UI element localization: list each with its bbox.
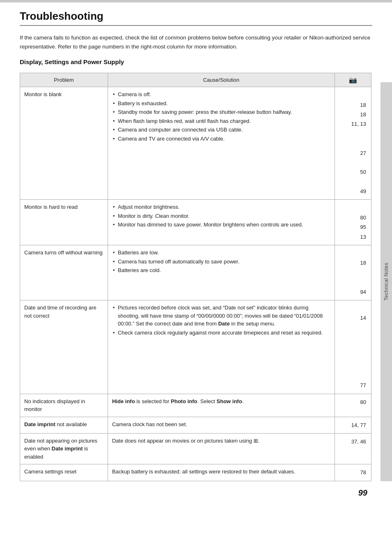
page-num-cell: 809513 [334, 200, 371, 245]
troubleshooting-table: Problem Cause/Solution 📷 Monitor is blan… [20, 73, 371, 481]
cause-cell: Date does not appear on movies or on pic… [108, 433, 334, 464]
cause-cell: Batteries are low. Camera has turned off… [108, 245, 334, 300]
page-num-cell: 78 [334, 464, 371, 481]
cause-cell: Camera clock has not been set. [108, 417, 334, 433]
page: Troubleshooting If the camera fails to f… [0, 0, 392, 506]
problem-cell: Camera turns off without warning [20, 245, 108, 300]
table-row: Date imprint not available Camera clock … [20, 417, 371, 433]
problem-cell: Monitor is hard to read [20, 200, 108, 245]
table-row: No indicators displayed in monitor Hide … [20, 394, 371, 417]
page-num-cell: 1477 [334, 300, 371, 394]
col-header-page: 📷 [334, 73, 371, 87]
page-num-cell: 181811, 13275049 [334, 87, 371, 200]
title-section: Troubleshooting If the camera fails to f… [0, 2, 392, 73]
problem-cell: Monitor is blank [20, 87, 108, 200]
page-num-cell: 14, 77 [334, 417, 371, 433]
table-row: Monitor is hard to read Adjust monitor b… [20, 200, 371, 245]
cause-cell: Adjust monitor brightness. Monitor is di… [108, 200, 334, 245]
table-row: Date and time of recording are not corre… [20, 300, 371, 394]
cause-cell: Camera is off. Battery is exhausted. Sta… [108, 87, 334, 200]
cause-cell: Pictures recorded before clock was set, … [108, 300, 334, 394]
problem-cell: Camera settings reset [20, 464, 108, 481]
page-num-cell: 37, 46 [334, 433, 371, 464]
problem-cell: No indicators displayed in monitor [20, 394, 108, 417]
table-row: Monitor is blank Camera is off. Battery … [20, 87, 371, 200]
content-area: Problem Cause/Solution 📷 Monitor is blan… [0, 73, 392, 481]
problem-cell: Date not appearing on pictures even when… [20, 433, 108, 464]
page-num-cell: 80 [334, 394, 371, 417]
page-number: 99 [358, 488, 367, 498]
col-header-problem: Problem [20, 73, 108, 87]
table-row: Date not appearing on pictures even when… [20, 433, 371, 464]
table-row: Camera turns off without warning Batteri… [20, 245, 371, 300]
page-title: Troubleshooting [20, 10, 372, 26]
table-row: Camera settings reset Backup battery is … [20, 464, 371, 481]
problem-cell: Date imprint not available [20, 417, 108, 433]
page-num-cell: 1894 [334, 245, 371, 300]
sidebar-technical-notes: Technical Notes [380, 82, 392, 481]
section-title: Display, Settings and Power Supply [20, 58, 372, 65]
cause-cell: Backup battery is exhausted; all setting… [108, 464, 334, 481]
sidebar-label: Technical Notes [383, 263, 389, 300]
problem-cell: Date and time of recording are not corre… [20, 300, 108, 394]
cause-cell: Hide info is selected for Photo info. Se… [108, 394, 334, 417]
intro-text: If the camera fails to function as expec… [20, 33, 372, 51]
col-header-cause: Cause/Solution [108, 73, 334, 87]
